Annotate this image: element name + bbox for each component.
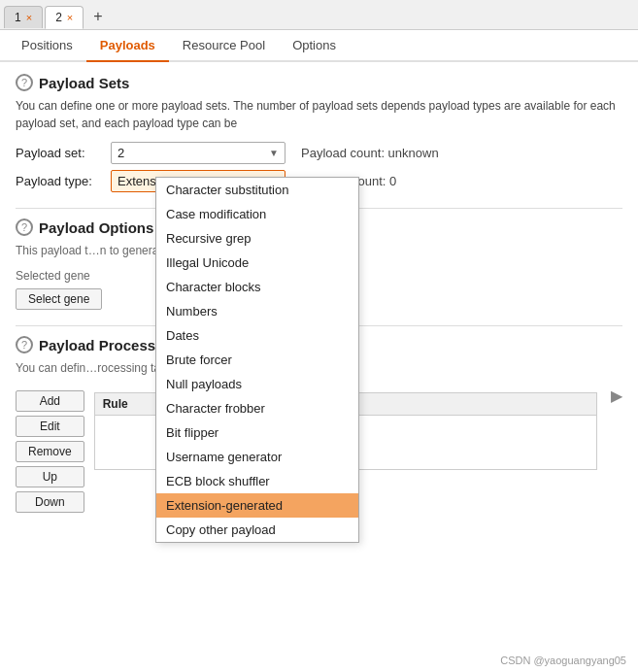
- tab-2-label: 2: [55, 11, 62, 24]
- tab-bar: 1 × 2 × +: [0, 0, 638, 30]
- payload-sets-title: Payload Sets: [39, 75, 129, 91]
- nav-tabs: Positions Payloads Resource Pool Options: [0, 30, 638, 62]
- dropdown-item-brute-forcer[interactable]: Brute forcer: [156, 348, 358, 372]
- add-tab-button[interactable]: +: [85, 4, 110, 29]
- payload-processing-buttons: Add Edit Remove Up Down: [16, 390, 84, 513]
- edit-button[interactable]: Edit: [16, 416, 84, 437]
- payload-type-label: Payload type:: [16, 174, 103, 188]
- dropdown-item-character-frobber[interactable]: Character frobber: [156, 396, 358, 420]
- tab-2-close[interactable]: ×: [67, 12, 73, 23]
- payload-sets-section: ? Payload Sets You can define one or mor…: [16, 74, 622, 192]
- payload-set-arrow-icon: ▼: [269, 148, 279, 158]
- payload-set-value: 2: [118, 146, 124, 160]
- payload-set-label: Payload set:: [16, 146, 103, 160]
- dropdown-item-dates[interactable]: Dates: [156, 323, 358, 348]
- tab-options[interactable]: Options: [279, 30, 350, 62]
- selected-generator-label: Selected gene: [16, 269, 90, 283]
- tab-payloads[interactable]: Payloads: [86, 30, 169, 62]
- dropdown-item-ecb-block-shuffler[interactable]: ECB block shuffler: [156, 469, 358, 493]
- up-button[interactable]: Up: [16, 466, 84, 487]
- tab-1[interactable]: 1 ×: [4, 6, 43, 28]
- select-generator-button[interactable]: Select gene: [16, 288, 102, 310]
- dropdown-item-illegal-unicode[interactable]: Illegal Unicode: [156, 251, 358, 275]
- tab-1-label: 1: [15, 11, 21, 24]
- dropdown-item-null-payloads[interactable]: Null payloads: [156, 372, 358, 396]
- payload-count-info: Payload count: unknown: [301, 146, 439, 160]
- dropdown-item-case-modification[interactable]: Case modification: [156, 202, 358, 226]
- tab-positions[interactable]: Positions: [8, 30, 86, 62]
- dropdown-item-numbers[interactable]: Numbers: [156, 299, 358, 323]
- down-button[interactable]: Down: [16, 491, 84, 513]
- dropdown-item-username-generator[interactable]: Username generator: [156, 445, 358, 469]
- payload-options-help-icon[interactable]: ?: [16, 218, 33, 236]
- dropdown-item-character-substitution[interactable]: Character substitution: [156, 178, 358, 202]
- scroll-arrow: ▶: [611, 386, 622, 405]
- payload-sets-header: ? Payload Sets: [16, 74, 622, 91]
- tab-1-close[interactable]: ×: [26, 12, 32, 23]
- right-arrow-icon: ▶: [611, 386, 622, 405]
- payload-sets-help-icon[interactable]: ?: [16, 74, 33, 91]
- watermark: CSDN @yaoguangyang05: [500, 655, 626, 666]
- dropdown-item-extension-generated[interactable]: Extension-generated: [156, 493, 358, 518]
- payload-set-row: Payload set: 2 ▼ Payload count: unknown: [16, 142, 622, 164]
- add-button[interactable]: Add: [16, 390, 84, 412]
- tab-resource-pool[interactable]: Resource Pool: [169, 30, 279, 62]
- tab-2[interactable]: 2 ×: [45, 6, 84, 29]
- dropdown-item-character-blocks[interactable]: Character blocks: [156, 275, 358, 299]
- dropdown-item-recursive-grep[interactable]: Recursive grep: [156, 226, 358, 251]
- payload-sets-desc: You can define one or more payload sets.…: [16, 97, 622, 132]
- dropdown-item-bit-flipper[interactable]: Bit flipper: [156, 420, 358, 445]
- remove-button[interactable]: Remove: [16, 441, 84, 462]
- rule-column-header: Rule: [103, 397, 128, 411]
- payload-processing-help-icon[interactable]: ?: [16, 336, 33, 353]
- dropdown-item-copy-other-payload[interactable]: Copy other payload: [156, 518, 358, 542]
- main-content: ? Payload Sets You can define one or mor…: [0, 62, 638, 672]
- payload-type-dropdown[interactable]: Character substitution Case modification…: [155, 177, 359, 543]
- payload-set-select[interactable]: 2 ▼: [111, 142, 285, 164]
